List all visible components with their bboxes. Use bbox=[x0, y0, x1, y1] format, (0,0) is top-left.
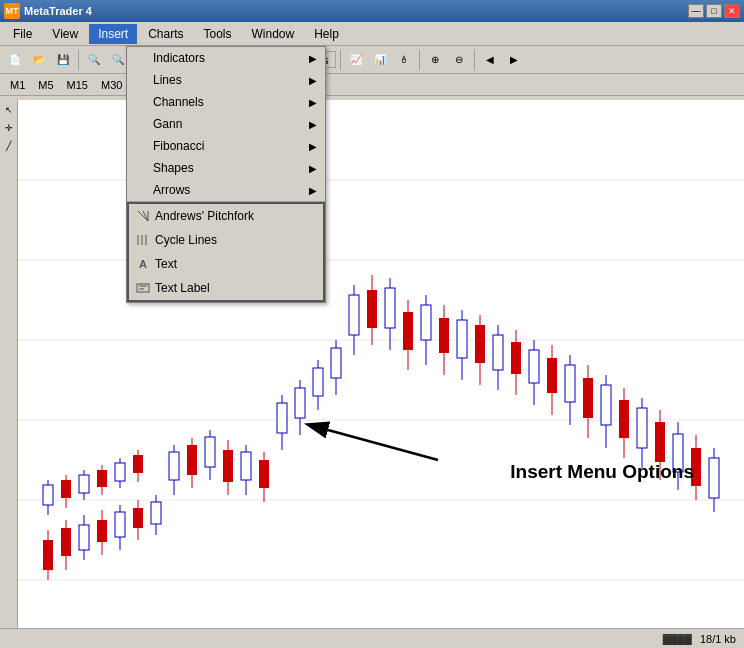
svg-line-98 bbox=[143, 211, 148, 221]
svg-rect-16 bbox=[115, 512, 125, 537]
svg-rect-70 bbox=[493, 335, 503, 370]
menu-file[interactable]: File bbox=[4, 24, 41, 44]
menu-bar: File View Insert Charts Tools Window Hel… bbox=[0, 22, 744, 46]
crosshair-tool[interactable]: ✛ bbox=[1, 120, 17, 136]
insert-submenu-box: Andrews' Pitchfork Cycle Lines A Text bbox=[127, 202, 325, 302]
status-info: 18/1 kb bbox=[700, 633, 736, 645]
arrows-menu-item[interactable]: Arrows ▶ bbox=[127, 179, 325, 201]
svg-rect-86 bbox=[637, 408, 647, 448]
text-icon: A bbox=[135, 256, 151, 272]
shapes-arrow-icon: ▶ bbox=[309, 163, 317, 174]
pitchfork-icon bbox=[135, 208, 151, 224]
cycle-lines-item[interactable]: Cycle Lines bbox=[129, 228, 323, 252]
status-bar: ▓▓▓▓ 18/1 kb bbox=[0, 628, 744, 648]
svg-rect-78 bbox=[565, 365, 575, 402]
svg-rect-74 bbox=[529, 350, 539, 383]
svg-rect-58 bbox=[385, 288, 395, 328]
gann-icon bbox=[133, 116, 149, 132]
andrews-pitchfork-item[interactable]: Andrews' Pitchfork bbox=[129, 204, 323, 228]
zoom-out2-button[interactable]: ⊖ bbox=[448, 49, 470, 71]
scroll-left-button[interactable]: ◀ bbox=[479, 49, 501, 71]
timeframe-bar: M1 M5 M15 M30 H1 H4 D1 W1 MN bbox=[0, 74, 744, 96]
toolbar-sep6 bbox=[474, 50, 475, 70]
svg-rect-14 bbox=[97, 520, 107, 542]
zoom-in2-button[interactable]: ⊕ bbox=[424, 49, 446, 71]
svg-rect-68 bbox=[475, 325, 485, 363]
svg-rect-66 bbox=[457, 320, 467, 358]
channels-arrow-icon: ▶ bbox=[309, 97, 317, 108]
menu-window[interactable]: Window bbox=[243, 24, 304, 44]
indicators-icon bbox=[133, 50, 149, 66]
svg-rect-26 bbox=[79, 475, 89, 493]
svg-rect-76 bbox=[547, 358, 557, 393]
title-bar-left: MT MetaTrader 4 bbox=[4, 3, 92, 19]
candle-chart-button[interactable]: 🕯 bbox=[393, 49, 415, 71]
svg-rect-40 bbox=[223, 450, 233, 482]
svg-rect-18 bbox=[133, 508, 143, 528]
save-button[interactable]: 💾 bbox=[52, 49, 74, 71]
svg-rect-80 bbox=[583, 378, 593, 418]
bar-chart-button[interactable]: 📊 bbox=[369, 49, 391, 71]
svg-rect-64 bbox=[439, 318, 449, 353]
svg-rect-32 bbox=[133, 455, 143, 473]
app-icon: MT bbox=[4, 3, 20, 19]
indicators-menu-item[interactable]: Indicators ▶ bbox=[127, 47, 325, 69]
toolbar-sep1 bbox=[78, 50, 79, 70]
menu-charts[interactable]: Charts bbox=[139, 24, 192, 44]
menu-tools[interactable]: Tools bbox=[195, 24, 241, 44]
toolbar-sep5 bbox=[419, 50, 420, 70]
shapes-icon bbox=[133, 160, 149, 176]
svg-rect-94 bbox=[709, 458, 719, 498]
svg-rect-88 bbox=[655, 422, 665, 462]
svg-rect-46 bbox=[277, 403, 287, 433]
lines-arrow-icon: ▶ bbox=[309, 75, 317, 86]
svg-rect-54 bbox=[349, 295, 359, 335]
window-title: MetaTrader 4 bbox=[24, 5, 92, 17]
line-chart-button[interactable]: 📈 bbox=[345, 49, 367, 71]
tf-m1[interactable]: M1 bbox=[4, 77, 31, 93]
tf-m5[interactable]: M5 bbox=[32, 77, 59, 93]
svg-rect-22 bbox=[43, 485, 53, 505]
menu-insert[interactable]: Insert bbox=[89, 24, 137, 44]
scroll-right-button[interactable]: ▶ bbox=[503, 49, 525, 71]
gann-arrow-icon: ▶ bbox=[309, 119, 317, 130]
lines-menu-item[interactable]: Lines ▶ bbox=[127, 69, 325, 91]
zoom-in-button[interactable]: 🔍 bbox=[83, 49, 105, 71]
svg-rect-28 bbox=[97, 470, 107, 487]
lines-icon bbox=[133, 72, 149, 88]
arrows-icon bbox=[133, 182, 149, 198]
svg-rect-42 bbox=[241, 452, 251, 480]
svg-rect-12 bbox=[79, 525, 89, 550]
menu-view[interactable]: View bbox=[43, 24, 87, 44]
svg-rect-82 bbox=[601, 385, 611, 425]
svg-rect-56 bbox=[367, 290, 377, 328]
svg-rect-60 bbox=[403, 312, 413, 350]
minimize-button[interactable]: — bbox=[688, 4, 704, 18]
maximize-button[interactable]: □ bbox=[706, 4, 722, 18]
tf-m15[interactable]: M15 bbox=[61, 77, 94, 93]
cursor-tool[interactable]: ↖ bbox=[1, 102, 17, 118]
menu-help[interactable]: Help bbox=[305, 24, 348, 44]
svg-rect-30 bbox=[115, 463, 125, 481]
fibonacci-menu-item[interactable]: Fibonacci ▶ bbox=[127, 135, 325, 157]
text-label-item[interactable]: Text Label bbox=[129, 276, 323, 300]
main-toolbar: 📄 📂 💾 🔍 🔍 ⬆ New Order 🤖 Expert Advisors … bbox=[0, 46, 744, 74]
text-item[interactable]: A Text bbox=[129, 252, 323, 276]
tf-m30[interactable]: M30 bbox=[95, 77, 128, 93]
line-tool[interactable]: ╱ bbox=[1, 138, 17, 154]
shapes-menu-item[interactable]: Shapes ▶ bbox=[127, 157, 325, 179]
channels-menu-item[interactable]: Channels ▶ bbox=[127, 91, 325, 113]
new-chart-button[interactable]: 📄 bbox=[4, 49, 26, 71]
scroll-indicator-icon: ▓▓▓▓ bbox=[663, 633, 692, 644]
svg-rect-84 bbox=[619, 400, 629, 438]
svg-rect-24 bbox=[61, 480, 71, 498]
toolbar-sep4 bbox=[340, 50, 341, 70]
svg-rect-103 bbox=[137, 284, 149, 292]
svg-rect-50 bbox=[313, 368, 323, 396]
gann-menu-item[interactable]: Gann ▶ bbox=[127, 113, 325, 135]
close-button[interactable]: ✕ bbox=[724, 4, 740, 18]
title-bar: MT MetaTrader 4 — □ ✕ bbox=[0, 0, 744, 22]
svg-rect-10 bbox=[61, 528, 71, 556]
open-button[interactable]: 📂 bbox=[28, 49, 50, 71]
insert-menu-section1: Indicators ▶ Lines ▶ Channels ▶ Gann ▶ F… bbox=[127, 47, 325, 202]
